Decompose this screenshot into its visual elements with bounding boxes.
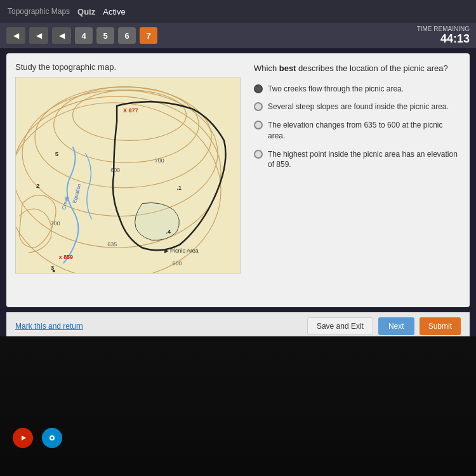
top-bar: Topographic Maps Quiz Active xyxy=(0,0,476,23)
video-icon[interactable] xyxy=(42,428,62,448)
svg-text:x 859: x 859 xyxy=(59,254,73,260)
svg-text:.1: .1 xyxy=(177,185,182,191)
radio-d[interactable] xyxy=(254,150,263,159)
svg-marker-23 xyxy=(22,435,26,440)
taskbar xyxy=(0,419,476,457)
svg-text:600: 600 xyxy=(173,260,182,267)
svg-text:700: 700 xyxy=(155,157,164,164)
question-side: Which best describes the location of the… xyxy=(254,62,461,298)
answer-option-a[interactable]: Two creeks flow through the picnic area. xyxy=(254,84,461,95)
answer-text-c: The elevation changes from 635 to 600 at… xyxy=(268,120,461,142)
youtube-icon[interactable] xyxy=(13,428,33,448)
nav-num-4[interactable]: 4 xyxy=(75,27,93,44)
svg-text:▶ Picnic Area: ▶ Picnic Area xyxy=(164,248,199,254)
answer-text-a: Two creeks flow through the picnic area. xyxy=(268,84,404,95)
study-instruction: Study the topographic map. xyxy=(15,62,244,72)
topo-map: X 877 5 600 700 2 Equation Creek .1 700 … xyxy=(15,77,241,274)
mark-return-link[interactable]: Mark this and return xyxy=(15,322,83,331)
nav-back-btn-3[interactable]: ◀ xyxy=(52,27,71,44)
nav-num-6[interactable]: 6 xyxy=(118,27,136,44)
nav-num-5[interactable]: 5 xyxy=(96,27,114,44)
svg-point-22 xyxy=(53,270,55,272)
answer-option-d[interactable]: The highest point inside the picnic area… xyxy=(254,149,461,171)
svg-text:5: 5 xyxy=(55,150,59,157)
radio-c[interactable] xyxy=(254,121,263,129)
svg-text:700: 700 xyxy=(51,220,60,227)
nav-back-btn-1[interactable]: ◀ xyxy=(6,27,25,44)
active-label: Active xyxy=(103,7,125,17)
bottom-bar: Mark this and return Save and Exit Next … xyxy=(6,312,470,336)
nav-bar: ◀ ◀ ◀ 4 5 6 7 TIME REMAINING 44:13 xyxy=(0,23,476,48)
next-button[interactable]: Next xyxy=(378,317,414,335)
quiz-label: Quiz xyxy=(77,7,95,17)
screen-area: Topographic Maps Quiz Active ◀ ◀ ◀ 4 5 6… xyxy=(0,0,476,336)
question-text: Which best describes the location of the… xyxy=(254,62,461,75)
answer-text-d: The highest point inside the picnic area… xyxy=(268,149,461,171)
svg-text:635: 635 xyxy=(107,241,117,248)
svg-text:2: 2 xyxy=(36,182,40,189)
answer-option-b[interactable]: Several steep slopes are found inside th… xyxy=(254,102,461,112)
save-exit-button[interactable]: Save and Exit xyxy=(307,317,373,335)
radio-a[interactable] xyxy=(254,84,263,93)
map-side: Study the topographic map. xyxy=(15,62,244,298)
time-label: TIME REMAINING xyxy=(417,25,470,32)
answer-option-c[interactable]: The elevation changes from 635 to 600 at… xyxy=(254,120,461,142)
time-value: 44:13 xyxy=(417,32,470,46)
svg-text:X 877: X 877 xyxy=(123,107,138,114)
question-best-bold: best xyxy=(279,63,296,73)
nav-num-7[interactable]: 7 xyxy=(140,27,157,44)
svg-text:600: 600 xyxy=(110,167,120,173)
app-title: Topographic Maps xyxy=(8,7,70,16)
time-remaining: TIME REMAINING 44:13 xyxy=(417,25,470,46)
bottom-buttons: Save and Exit Next Submit xyxy=(307,317,461,335)
answer-text-b: Several steep slopes are found inside th… xyxy=(268,102,449,112)
svg-point-25 xyxy=(51,437,53,439)
submit-button[interactable]: Submit xyxy=(420,317,461,335)
svg-text:.4: .4 xyxy=(166,228,171,235)
quiz-content: Study the topographic map. xyxy=(6,53,470,307)
nav-back-btn-2[interactable]: ◀ xyxy=(29,27,48,44)
radio-b[interactable] xyxy=(254,102,263,111)
